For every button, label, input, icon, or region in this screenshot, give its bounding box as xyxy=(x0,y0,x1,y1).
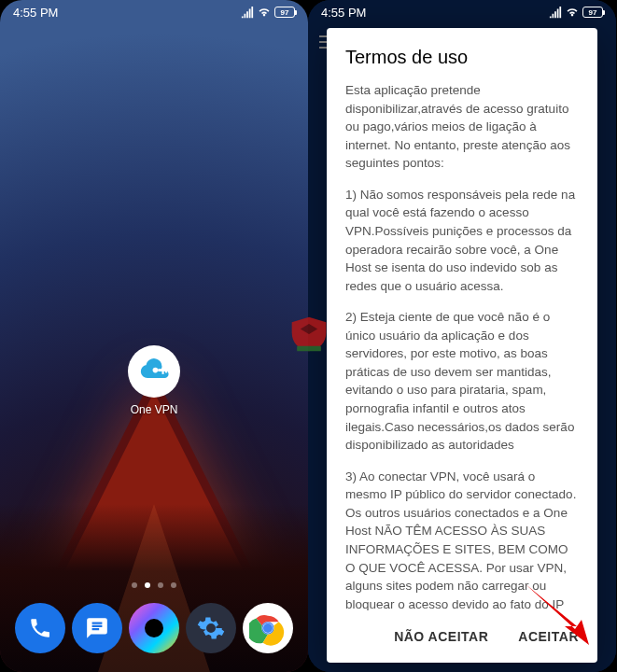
signal-icon xyxy=(241,6,254,19)
wallpaper xyxy=(0,0,308,672)
dialog-actions: NÃO ACEITAR ACEITAR xyxy=(327,610,597,663)
watermark-icon xyxy=(288,314,330,358)
dialog-body: Esta aplicação pretende disponibilizar,a… xyxy=(345,81,579,610)
app-shortcut-label: One VPN xyxy=(131,403,178,416)
terms-p1: 1) Não somos responsáveis pela rede na q… xyxy=(345,186,579,295)
battery-icon: 97 xyxy=(582,7,603,18)
page-indicator xyxy=(0,582,308,588)
phone-app-icon[interactable] xyxy=(15,603,65,653)
svg-rect-3 xyxy=(165,369,167,372)
settings-app-icon[interactable] xyxy=(186,603,236,653)
signal-icon xyxy=(549,6,562,19)
terms-dialog: Termos de uso Esta aplicação pretende di… xyxy=(327,28,597,663)
wifi-icon xyxy=(258,6,271,19)
messages-app-icon[interactable] xyxy=(72,603,122,653)
status-bar: 4:55 PM 97 xyxy=(0,0,308,24)
svg-point-6 xyxy=(263,623,273,633)
decline-button[interactable]: NÃO ACEITAR xyxy=(383,620,499,653)
terms-p3: 3) Ao conectar VPN, você usará o mesmo I… xyxy=(345,468,579,610)
svg-point-0 xyxy=(153,368,159,373)
dialog-overlay: Termos de uso Esta aplicação pretende di… xyxy=(308,0,616,672)
app-screen: 4:55 PM 97 Termos de uso Esta aplicação … xyxy=(308,0,616,672)
browser-app-icon[interactable] xyxy=(129,603,179,653)
accept-button[interactable]: ACEITAR xyxy=(507,620,590,653)
onevpn-app-icon xyxy=(128,345,180,398)
terms-p2: 2) Esteja ciente de que você não é o úni… xyxy=(345,308,579,455)
status-time: 4:55 PM xyxy=(321,6,366,20)
svg-rect-2 xyxy=(162,369,164,374)
status-time: 4:55 PM xyxy=(13,6,58,20)
wifi-icon xyxy=(566,6,579,19)
terms-intro: Esta aplicação pretende disponibilizar,a… xyxy=(345,81,579,173)
dialog-title: Termos de uso xyxy=(345,47,579,68)
chrome-app-icon[interactable] xyxy=(243,603,293,653)
status-bar: 4:55 PM 97 xyxy=(308,0,616,24)
svg-rect-7 xyxy=(297,346,321,352)
battery-icon: 97 xyxy=(274,7,295,18)
dock xyxy=(11,595,297,661)
home-screen: 4:55 PM 97 One VPN xyxy=(0,0,308,672)
app-shortcut-onevpn[interactable]: One VPN xyxy=(128,345,180,416)
